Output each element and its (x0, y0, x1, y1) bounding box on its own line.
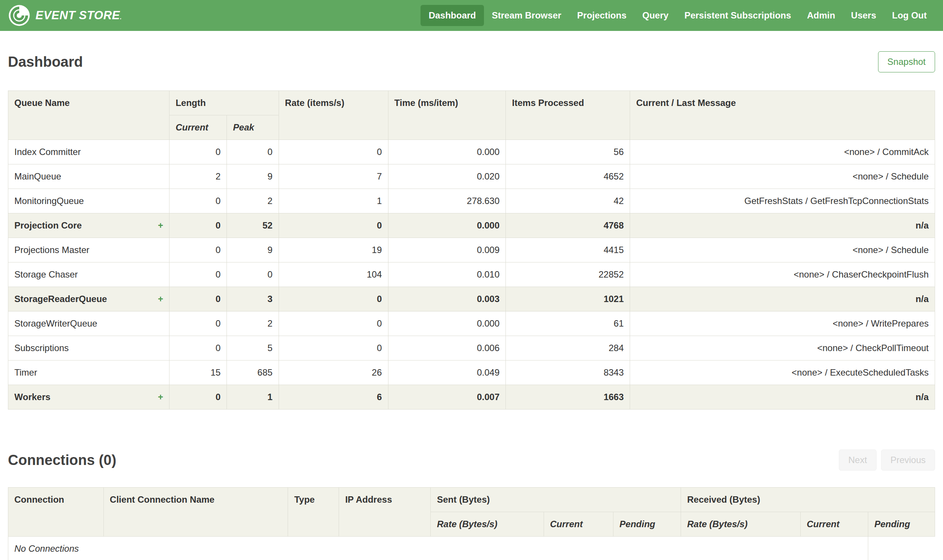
nav-item-users[interactable]: Users (843, 5, 884, 26)
nav-item-stream-browser[interactable]: Stream Browser (484, 5, 569, 26)
queue-row: Subscriptions 0 5 0 0.006 284 <none> / C… (8, 336, 935, 360)
queue-peak-cell: 3 (227, 287, 279, 311)
queue-rate-cell: 26 (279, 360, 388, 385)
no-connections-row: No Connections (8, 537, 935, 560)
brand-text: EVENT STORE. (35, 9, 122, 22)
nav-item-projections[interactable]: Projections (569, 5, 634, 26)
queue-time-cell: 0.000 (388, 214, 506, 238)
queue-rate-cell: 6 (279, 385, 388, 409)
col-header-peak: Peak (227, 115, 279, 140)
queue-group-row: Workers + 0 1 6 0.007 1663 n/a (8, 385, 935, 409)
col-header-sent-pending: Pending (613, 512, 681, 537)
previous-button[interactable]: Previous (881, 449, 935, 471)
queue-message-cell: <none> / Schedule (630, 165, 935, 189)
queue-items-cell: 8343 (506, 360, 630, 385)
col-header-sent-rate: Rate (Bytes/s) (431, 512, 544, 537)
queue-items-cell: 1663 (506, 385, 630, 409)
queue-current-cell: 0 (170, 140, 227, 165)
queue-current-cell: 0 (170, 263, 227, 287)
queue-row: Storage Chaser 0 0 104 0.010 22852 <none… (8, 263, 935, 287)
connections-table: Connection Client Connection Name Type I… (8, 487, 935, 560)
queue-rate-cell: 0 (279, 336, 388, 360)
queue-current-cell: 0 (170, 336, 227, 360)
queue-group-row: Projection Core + 0 52 0 0.000 4768 n/a (8, 214, 935, 238)
expand-group-button[interactable]: + (158, 220, 163, 231)
queue-name-cell: Subscriptions (8, 336, 170, 360)
connections-title: Connections (0) (8, 451, 116, 469)
queue-row: Projections Master 0 9 19 0.009 4415 <no… (8, 238, 935, 263)
queue-time-cell: 278.630 (388, 189, 506, 214)
nav-item-persistent-subscriptions[interactable]: Persistent Subscriptions (676, 5, 799, 26)
queue-name-cell: Storage Chaser (8, 263, 170, 287)
col-header-received-bytes: Received (Bytes) (681, 488, 935, 512)
queue-row: MonitoringQueue 0 2 1 278.630 42 GetFres… (8, 189, 935, 214)
queue-message-cell: <none> / Schedule (630, 238, 935, 263)
col-header-queue-name: Queue Name (8, 91, 170, 140)
col-header-rate: Rate (items/s) (279, 91, 388, 140)
nav-item-admin[interactable]: Admin (799, 5, 843, 26)
queue-message-cell: <none> / CommitAck (630, 140, 935, 165)
col-header-received-current: Current (800, 512, 868, 537)
queue-current-cell: 0 (170, 189, 227, 214)
nav-item-logout[interactable]: Log Out (884, 5, 935, 26)
queue-peak-cell: 2 (227, 189, 279, 214)
queue-rate-cell: 1 (279, 189, 388, 214)
nav-item-dashboard[interactable]: Dashboard (421, 5, 483, 26)
queue-time-cell: 0.010 (388, 263, 506, 287)
queue-message-cell: n/a (630, 287, 935, 311)
queue-name-cell: StorageWriterQueue (8, 311, 170, 336)
queue-items-cell: 56 (506, 140, 630, 165)
top-navbar: EVENT STORE. Dashboard Stream Browser Pr… (0, 0, 943, 31)
no-connections-message: No Connections (8, 537, 868, 560)
page-content: Dashboard Snapshot Queue Name Length Rat… (0, 51, 943, 560)
queue-name-cell: MainQueue (8, 165, 170, 189)
queue-rate-cell: 0 (279, 214, 388, 238)
queue-time-cell: 0.006 (388, 336, 506, 360)
col-header-received-rate: Rate (Bytes/s) (681, 512, 801, 537)
col-header-current: Current (170, 115, 227, 140)
expand-group-button[interactable]: + (158, 391, 163, 403)
col-header-message: Current / Last Message (630, 91, 935, 140)
queue-name-cell: Projections Master (8, 238, 170, 263)
queue-current-cell: 0 (170, 287, 227, 311)
queue-items-cell: 4652 (506, 165, 630, 189)
queue-row: MainQueue 2 9 7 0.020 4652 <none> / Sche… (8, 165, 935, 189)
col-header-type: Type (288, 488, 339, 537)
main-nav: Dashboard Stream Browser Projections Que… (421, 5, 935, 26)
queue-peak-cell: 2 (227, 311, 279, 336)
queue-row: Index Committer 0 0 0 0.000 56 <none> / … (8, 140, 935, 165)
queue-time-cell: 0.049 (388, 360, 506, 385)
expand-group-button[interactable]: + (158, 293, 163, 305)
queue-peak-cell: 685 (227, 360, 279, 385)
queue-name-cell: MonitoringQueue (8, 189, 170, 214)
col-header-ip-address: IP Address (339, 488, 431, 537)
next-button[interactable]: Next (839, 449, 876, 471)
queue-items-cell: 4415 (506, 238, 630, 263)
queue-name-cell: StorageReaderQueue + (8, 287, 170, 311)
queue-name: Workers (14, 392, 51, 402)
queue-peak-cell: 9 (227, 165, 279, 189)
snapshot-button[interactable]: Snapshot (878, 51, 935, 72)
col-header-sent-current: Current (543, 512, 613, 537)
queue-peak-cell: 5 (227, 336, 279, 360)
connections-header: Connections (0) Next Previous (8, 449, 935, 471)
queue-rate-cell: 19 (279, 238, 388, 263)
queue-peak-cell: 9 (227, 238, 279, 263)
queue-name-cell: Timer (8, 360, 170, 385)
queue-current-cell: 2 (170, 165, 227, 189)
col-header-time: Time (ms/item) (388, 91, 506, 140)
brand[interactable]: EVENT STORE. (8, 5, 122, 26)
queue-name: StorageReaderQueue (14, 294, 107, 304)
queue-current-cell: 0 (170, 238, 227, 263)
nav-item-query[interactable]: Query (634, 5, 676, 26)
col-header-client-connection-name: Client Connection Name (103, 488, 288, 537)
queue-message-cell: n/a (630, 385, 935, 409)
queue-current-cell: 0 (170, 385, 227, 409)
queue-items-cell: 284 (506, 336, 630, 360)
queue-message-cell: <none> / ExecuteScheduledTasks (630, 360, 935, 385)
queue-time-cell: 0.000 (388, 311, 506, 336)
queue-message-cell: n/a (630, 214, 935, 238)
queue-time-cell: 0.020 (388, 165, 506, 189)
queue-current-cell: 0 (170, 214, 227, 238)
queue-message-cell: GetFreshStats / GetFreshTcpConnectionSta… (630, 189, 935, 214)
